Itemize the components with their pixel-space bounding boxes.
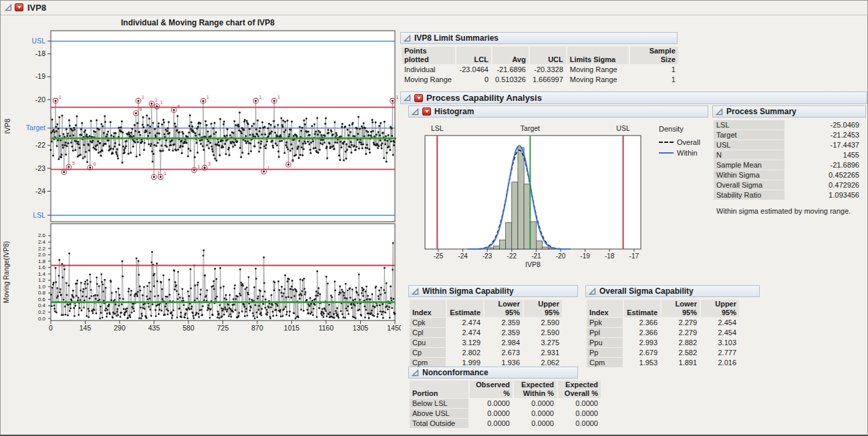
disclosure-triangle-icon[interactable] [412, 288, 419, 295]
svg-text:1160: 1160 [319, 324, 334, 332]
overall-line-sample [659, 142, 674, 143]
table-row: Pp2.6792.5822.777 [587, 348, 739, 357]
svg-text:1: 1 [164, 171, 166, 176]
table-row: Above USL0.00000.00000.0000 [410, 409, 601, 418]
svg-text:-19: -19 [35, 72, 45, 80]
nonconformance-header[interactable]: Nonconformance [408, 367, 578, 379]
red-menu-button[interactable] [414, 94, 423, 102]
within-capability-header[interactable]: Within Sigma Capability [408, 285, 578, 297]
limit-summaries-header[interactable]: IVP8 Limit Summaries [400, 32, 678, 44]
nonconformance-table: Portion Observed % Expected Within % Exp… [408, 380, 602, 429]
histogram-legend: Density Overall Within [659, 125, 719, 157]
svg-text:IVP8: IVP8 [3, 118, 11, 134]
svg-text:-20: -20 [35, 95, 45, 103]
table-row: Cpm1.9991.9362.062 [410, 358, 562, 367]
table-row: Sample Mean-21.6896 [714, 160, 862, 170]
table-header-row: Portion Observed % Expected Within % Exp… [410, 381, 601, 398]
table-row: Below LSL0.00000.00000.0000 [410, 399, 601, 408]
within-line-sample [659, 152, 674, 154]
svg-text:870: 870 [251, 324, 263, 332]
svg-text:IVP8: IVP8 [525, 260, 541, 268]
svg-text:1: 1 [277, 95, 280, 99]
svg-text:1: 1 [155, 97, 158, 102]
disclosure-triangle-icon[interactable] [716, 108, 723, 116]
histogram-chart[interactable]: LSLTargetUSL-25-24-23-22-21-20-19-18-17I… [402, 122, 659, 269]
imr-chart[interactable]: 1156811111811311181USL-18-19-20Target-22… [1, 1, 401, 343]
svg-text:1.0: 1.0 [38, 284, 46, 290]
legend-title: Density [659, 125, 719, 133]
svg-text:1: 1 [396, 95, 398, 99]
svg-text:-24: -24 [458, 252, 468, 260]
svg-text:LSL: LSL [431, 124, 444, 132]
svg-text:Moving Range(IVP8): Moving Range(IVP8) [3, 241, 10, 303]
svg-text:2.6: 2.6 [38, 232, 46, 238]
svg-text:2.2: 2.2 [38, 246, 46, 252]
svg-text:290: 290 [114, 324, 126, 332]
process-capability-header[interactable]: Process Capability Analysis [400, 91, 867, 104]
disclosure-triangle-icon[interactable] [412, 369, 419, 377]
within-capability-table: Index Estimate Lower 95% Upper 95% Cpk2.… [408, 299, 563, 368]
histogram-title: Histogram [434, 107, 474, 116]
table-header-row: Index Estimate Lower 95% Upper 95% [410, 300, 562, 317]
imr-chart-title: Individual & Moving Range chart of IVP8 [41, 18, 355, 27]
svg-text:1: 1 [267, 166, 270, 170]
svg-text:-23: -23 [482, 252, 492, 260]
svg-text:0.2: 0.2 [38, 309, 46, 315]
table-row: Ppl2.3662.2792.454 [587, 328, 739, 337]
svg-text:0.6: 0.6 [38, 296, 46, 302]
svg-text:-23: -23 [35, 164, 45, 172]
svg-text:1.4: 1.4 [38, 271, 46, 277]
disclosure-triangle-icon[interactable] [404, 35, 411, 42]
disclosure-triangle-icon[interactable] [412, 108, 419, 116]
table-row: N1455 [714, 150, 862, 160]
process-summary-table: LSL-25.0469 Target-21.2453 USL-17.4437 N… [712, 120, 863, 200]
svg-text:0.0: 0.0 [38, 316, 46, 322]
svg-text:Target: Target [521, 124, 540, 132]
svg-text:8: 8 [177, 104, 180, 109]
svg-text:435: 435 [148, 324, 160, 332]
svg-text:145: 145 [80, 324, 92, 332]
svg-text:0: 0 [49, 324, 53, 332]
table-header-row: Points plotted LCL Avg UCL Limits Sigma … [402, 47, 678, 64]
table-row: Cpk2.4742.3592.590 [410, 318, 562, 327]
red-menu-button[interactable] [422, 107, 431, 116]
svg-text:8: 8 [140, 107, 142, 112]
svg-text:1: 1 [259, 95, 262, 99]
table-row: Cp2.8022.6732.931 [410, 348, 562, 357]
disclosure-triangle-icon[interactable] [589, 288, 596, 295]
disclosure-triangle-icon[interactable] [404, 94, 411, 101]
svg-text:-19: -19 [580, 252, 590, 260]
svg-text:725: 725 [217, 324, 229, 332]
overall-capability-header[interactable]: Overall Sigma Capability [585, 285, 760, 297]
limit-summaries-title: IVP8 Limit Summaries [414, 33, 498, 43]
table-row: Moving Range 0 0.510326 1.666997 Moving … [402, 75, 678, 84]
process-summary-header[interactable]: Process Summary [712, 105, 866, 118]
svg-text:1015: 1015 [284, 324, 300, 332]
svg-text:Target: Target [26, 124, 45, 132]
svg-text:6: 6 [94, 162, 96, 166]
table-row: Cpu3.1292.9843.275 [410, 338, 562, 347]
svg-text:1: 1 [67, 166, 70, 171]
svg-text:-24: -24 [35, 187, 45, 195]
svg-text:LSL: LSL [33, 211, 45, 219]
svg-text:8: 8 [292, 158, 295, 163]
table-row: Individual -23.0464 -21.6896 -20.3328 Mo… [402, 65, 678, 74]
nonconformance-title: Nonconformance [422, 368, 488, 377]
legend-overall-label: Overall [677, 138, 700, 146]
svg-text:0.8: 0.8 [38, 290, 46, 296]
svg-text:-20: -20 [556, 252, 566, 260]
table-row: Within Sigma0.452265 [714, 170, 862, 180]
overall-capability-title: Overall Sigma Capability [599, 286, 694, 296]
svg-text:1.2: 1.2 [38, 277, 46, 283]
svg-text:2.0: 2.0 [38, 252, 46, 258]
table-row: USL-17.4437 [714, 140, 862, 150]
svg-text:1450: 1450 [387, 324, 401, 332]
svg-text:0.4: 0.4 [38, 302, 46, 308]
svg-text:-17: -17 [629, 252, 639, 260]
table-row: Ppu2.9932.8823.103 [587, 338, 739, 347]
histogram-header[interactable]: Histogram [408, 105, 708, 118]
svg-text:1: 1 [142, 95, 144, 99]
svg-text:-22: -22 [507, 252, 517, 260]
svg-text:-18: -18 [605, 252, 615, 260]
limit-summaries-table: Points plotted LCL Avg UCL Limits Sigma … [400, 46, 680, 85]
